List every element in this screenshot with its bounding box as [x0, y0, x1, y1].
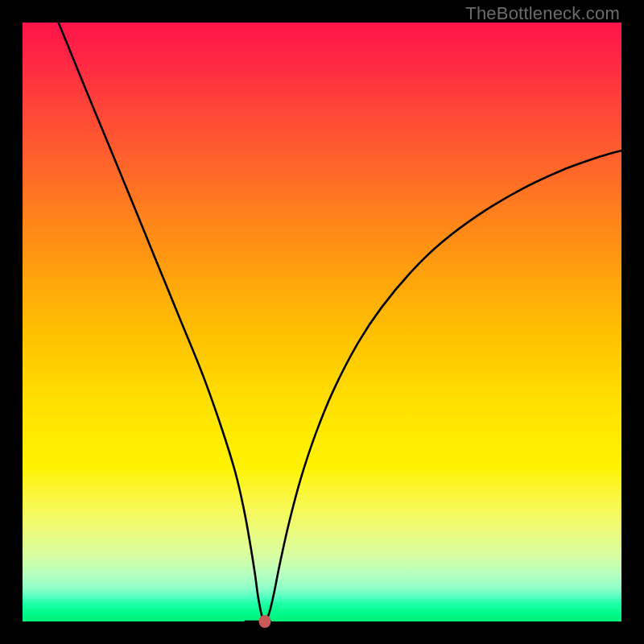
chart-frame: TheBottleneck.com	[0, 0, 644, 644]
curve-svg	[23, 23, 621, 621]
minimum-marker	[258, 615, 270, 628]
bottleneck-curve	[59, 23, 621, 621]
watermark-text: TheBottleneck.com	[465, 3, 620, 24]
plot-area	[23, 23, 621, 621]
